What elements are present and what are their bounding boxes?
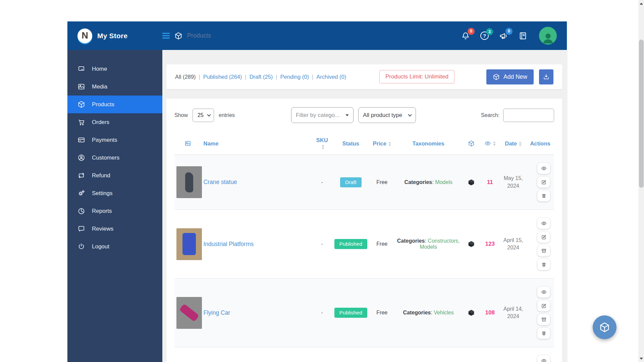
column-taxonomies[interactable]: Taxonomies	[394, 134, 463, 155]
sidebar-item-logout[interactable]: Logout	[67, 238, 162, 255]
filter-separator: |	[276, 74, 277, 80]
category-filter-placeholder: Filter by catego...	[296, 112, 339, 119]
package-icon	[468, 240, 475, 248]
row-actions	[526, 155, 554, 210]
add-new-button[interactable]: Add New	[486, 69, 534, 84]
archive-button[interactable]	[537, 314, 550, 325]
sidebar-item-refund[interactable]: Refund	[67, 167, 162, 184]
announcements-button[interactable]: 0	[499, 31, 508, 41]
column-price[interactable]: Price	[370, 134, 394, 155]
thumbnail-subject	[179, 304, 199, 322]
notifications-button[interactable]: 0	[461, 31, 470, 41]
scrollbar-up-arrow[interactable]	[638, 1, 644, 6]
product-type-cell	[463, 279, 480, 347]
column-date[interactable]: Date	[500, 134, 526, 155]
book-icon	[518, 31, 528, 41]
page-size-value: 25	[198, 112, 204, 118]
sidebar-item-label: Logout	[92, 243, 109, 250]
view-button[interactable]	[537, 287, 550, 298]
scrollbar-thumb[interactable]	[639, 40, 644, 188]
view-button[interactable]	[537, 355, 550, 362]
category-links[interactable]: Vehicles	[434, 310, 454, 315]
sidebar-item-customers[interactable]: Customers	[67, 149, 162, 167]
product-name-link[interactable]: Crane statue	[203, 179, 237, 185]
sidebar-item-label: Payments	[92, 137, 117, 143]
category-links[interactable]: Models	[435, 179, 452, 185]
column-thumbnail[interactable]	[174, 134, 201, 155]
sidebar-item-payments[interactable]: Payments	[67, 131, 162, 149]
sort-icons[interactable]	[388, 142, 391, 146]
user-avatar[interactable]	[539, 27, 557, 45]
product-thumbnail[interactable]	[176, 166, 202, 198]
view-button[interactable]	[537, 218, 550, 229]
filter-archived[interactable]: Archived (0)	[316, 74, 346, 80]
sidebar-item-reports[interactable]: Reports	[67, 202, 162, 220]
sidebar-item-reviews[interactable]: Reviews	[67, 220, 162, 238]
column-sku[interactable]: SKU	[313, 134, 331, 155]
sort-icons[interactable]	[322, 145, 324, 149]
filter-draft[interactable]: Draft (25)	[250, 74, 273, 80]
category-filter-select[interactable]: Filter by catego...	[291, 107, 354, 123]
filter-all[interactable]: All (289)	[175, 74, 196, 80]
edit-button[interactable]	[537, 177, 550, 188]
column-name[interactable]: Name	[201, 134, 313, 155]
product-taxonomies: Categories: Vehicles	[394, 279, 463, 347]
views-count: 11	[487, 179, 493, 185]
product-date: April 15, 2024	[500, 210, 526, 279]
view-button[interactable]	[537, 163, 550, 174]
delete-button[interactable]	[537, 190, 550, 201]
status-badge: Draft	[340, 177, 362, 187]
eye-icon	[541, 166, 547, 171]
product-thumbnail[interactable]	[176, 297, 202, 329]
filter-published[interactable]: Published (264)	[203, 74, 242, 80]
row-actions	[526, 279, 554, 347]
cube-icon	[468, 140, 475, 147]
sidebar-item-orders[interactable]: Orders	[67, 113, 162, 131]
search-area: Search:	[481, 109, 554, 122]
categories-label: Categories	[405, 179, 432, 185]
scrollbar-down-arrow[interactable]	[638, 356, 644, 361]
product-name-link[interactable]: Industrial Platforms	[203, 241, 254, 247]
product-taxonomies: Categories: Constructors, Models	[394, 210, 463, 279]
edit-button[interactable]	[537, 232, 550, 243]
delete-button[interactable]	[537, 328, 550, 339]
views-count: 123	[485, 241, 495, 247]
column-downloads[interactable]	[463, 134, 480, 155]
product-type-cell	[463, 210, 480, 279]
add-new-label: Add New	[503, 73, 527, 80]
sort-icons[interactable]	[519, 142, 522, 146]
scrollbar[interactable]	[638, 0, 644, 362]
trash-icon	[541, 262, 547, 267]
archive-icon	[541, 248, 547, 254]
import-button[interactable]	[539, 69, 553, 84]
sidebar-item-settings[interactable]: Settings	[67, 184, 162, 202]
archive-button[interactable]	[537, 245, 550, 256]
delete-button[interactable]	[537, 259, 550, 270]
filter-pending[interactable]: Pending (0)	[280, 74, 309, 80]
sidebar-item-label: Refund	[92, 172, 110, 179]
search-input[interactable]	[503, 109, 554, 122]
product-name-link[interactable]: Flying Car	[203, 309, 230, 316]
sidebar-item-home[interactable]: Home	[67, 60, 162, 78]
filter-separator: |	[245, 74, 246, 80]
edit-icon	[541, 234, 547, 240]
edit-button[interactable]	[537, 300, 550, 311]
eye-icon	[541, 289, 547, 295]
column-status[interactable]: Status	[331, 134, 370, 155]
page-size-select[interactable]: 25	[193, 109, 214, 122]
floating-products-button[interactable]	[593, 315, 616, 339]
product-date: April 14, 2024	[500, 279, 526, 347]
product-row: Crane statue - Draft Free Categories: Mo…	[174, 155, 554, 210]
product-type-select[interactable]: All product type	[358, 107, 416, 123]
repeat-icon	[77, 172, 85, 179]
brand[interactable]: N My Store	[77, 28, 162, 43]
sidebar-item-products[interactable]: Products	[67, 96, 162, 113]
help-button[interactable]: ? 3	[480, 32, 489, 40]
menu-toggle-icon[interactable]	[162, 32, 170, 40]
sort-icons[interactable]	[493, 141, 496, 146]
column-views[interactable]	[480, 134, 500, 155]
sidebar-item-label: Customers	[92, 155, 119, 161]
documentation-button[interactable]	[518, 31, 528, 41]
product-thumbnail[interactable]	[176, 228, 202, 260]
sidebar-item-media[interactable]: Media	[67, 78, 162, 96]
